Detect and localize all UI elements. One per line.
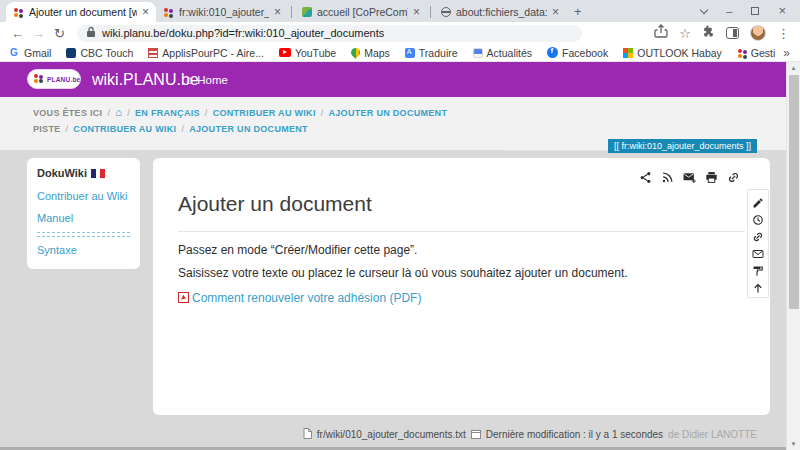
- minimize-icon[interactable]: [726, 6, 732, 17]
- pdf-link[interactable]: Comment renouveler votre adhésion (PDF): [192, 291, 421, 305]
- bookmark-item[interactable]: CBC Touch: [66, 47, 133, 59]
- backlinks-icon[interactable]: [752, 229, 764, 241]
- sidebar-item[interactable]: Manuel: [37, 207, 130, 233]
- breadcrumb-separator: /: [321, 108, 324, 118]
- address-bar: wiki.planu.be/doku.php?id=fr:wiki:010_aj…: [0, 22, 800, 44]
- page-tools: [747, 189, 769, 298]
- browser-menu-icon[interactable]: [777, 24, 790, 42]
- address-bar-icons: [654, 24, 790, 42]
- planu-pinwheel-icon: [34, 74, 44, 84]
- breadcrumb-you-are-here: VOUS ÊTES ICI//EN FRANÇAIS/CONTRIBUER AU…: [33, 105, 786, 121]
- dokuwiki-favicon: [163, 7, 174, 18]
- side-panel-icon[interactable]: [726, 27, 739, 39]
- bookmarks-bar: GmailCBC TouchApplisPourPC - Aire...YouT…: [0, 44, 800, 62]
- wiki-footer: fr/wiki/010_ajouter_documents.txt Derniè…: [303, 428, 757, 441]
- breadcrumb-link[interactable]: CONTRIBUER AU WIKI: [213, 108, 316, 118]
- tab-close-icon[interactable]: ×: [552, 7, 559, 17]
- footer-modified: Dernière modification : il y a 1 seconde…: [486, 429, 663, 440]
- print-icon[interactable]: [705, 170, 718, 183]
- bookmark-label: CBC Touch: [80, 47, 133, 59]
- breadcrumb-separator: /: [66, 124, 69, 134]
- scrollbar[interactable]: [786, 62, 800, 450]
- news-icon: [473, 48, 483, 58]
- pdf-icon: [178, 289, 189, 307]
- bookmark-item[interactable]: Maps: [351, 47, 390, 59]
- extensions-icon[interactable]: [702, 24, 715, 42]
- back-to-top-icon[interactable]: [752, 280, 764, 292]
- sidebar: DokuWiki Contribuer au WikiManuelSyntaxe: [27, 158, 140, 269]
- bookmark-label: OUTLOOK Habay: [637, 47, 722, 59]
- close-icon[interactable]: [778, 5, 786, 17]
- tab-search-icon[interactable]: [700, 5, 708, 13]
- breadcrumb-separator: /: [181, 124, 184, 134]
- coprecom-favicon: [302, 7, 312, 17]
- permalink-icon[interactable]: [727, 170, 740, 183]
- site-logo[interactable]: PLANU.be: [27, 69, 81, 89]
- bookmark-star-icon[interactable]: [679, 24, 691, 42]
- tab-separator: [430, 6, 431, 18]
- send-mail-icon[interactable]: [683, 170, 696, 183]
- sidebar-item[interactable]: Contribuer au Wiki: [37, 185, 130, 207]
- dokuwiki-favicon: [737, 48, 747, 58]
- home-link[interactable]: Home: [186, 74, 228, 86]
- bookmark-item[interactable]: ApplisPourPC - Aire...: [148, 47, 264, 59]
- bookmarks-overflow-icon[interactable]: [783, 46, 790, 60]
- bookmark-label: Traduire: [419, 47, 458, 59]
- browser-tab[interactable]: fr:wiki:010_ajouter_documents [w×: [156, 2, 288, 22]
- tab-close-icon[interactable]: ×: [413, 7, 420, 17]
- home-icon[interactable]: [115, 108, 122, 118]
- breadcrumb-link[interactable]: AJOUTER UN DOCUMENT: [189, 124, 308, 134]
- new-tab-icon[interactable]: [574, 5, 582, 18]
- maximize-icon[interactable]: [751, 7, 759, 15]
- bookmark-item[interactable]: YouTube: [279, 47, 336, 59]
- rss-icon[interactable]: [661, 170, 674, 183]
- calendar-icon: [471, 429, 481, 441]
- bookmark-item[interactable]: Traduire: [405, 47, 458, 59]
- page-title: Ajouter un document: [178, 192, 745, 232]
- old-revisions-icon[interactable]: [752, 212, 764, 224]
- back-icon[interactable]: [10, 26, 25, 41]
- tab-title: about:fichiers_data:membres_inc: [456, 6, 547, 18]
- microsoft-icon: [623, 48, 633, 58]
- share-icon[interactable]: [639, 170, 652, 183]
- media-manager-icon[interactable]: [752, 263, 764, 275]
- home-label: Home: [197, 74, 228, 86]
- tab-title: accueil [CoPreCom]: [317, 6, 408, 18]
- breadcrumb-link[interactable]: AJOUTER UN DOCUMENT: [329, 108, 448, 118]
- scroll-down-icon[interactable]: [787, 439, 800, 449]
- edit-page-icon[interactable]: [752, 195, 764, 207]
- bookmark-item[interactable]: Facebook: [547, 47, 608, 59]
- breadcrumb-link[interactable]: CONTRIBUER AU WIKI: [73, 124, 176, 134]
- bookmark-item[interactable]: Gmail: [10, 47, 51, 59]
- sidebar-nav: Contribuer au WikiManuelSyntaxe: [37, 185, 130, 261]
- browser-tab[interactable]: accueil [CoPreCom]×: [295, 2, 427, 22]
- profile-avatar[interactable]: [750, 25, 766, 41]
- sidebar-item[interactable]: Syntaxe: [37, 236, 130, 261]
- bookmark-label: Maps: [364, 47, 390, 59]
- dokuwiki-favicon: [13, 7, 24, 18]
- maps-icon: [349, 47, 362, 59]
- bookmark-item[interactable]: OUTLOOK Habay: [623, 47, 722, 59]
- omnibox[interactable]: wiki.planu.be/doku.php?id=fr:wiki:010_aj…: [77, 25, 582, 42]
- bookmark-item[interactable]: Actualités: [473, 47, 533, 59]
- bookmark-item[interactable]: Gestion des utilisat...: [737, 47, 775, 59]
- browser-tab[interactable]: about:fichiers_data:membres_inc×: [434, 2, 566, 22]
- tab-close-icon[interactable]: ×: [142, 7, 149, 17]
- bookmark-label: Facebook: [562, 47, 608, 59]
- paragraph: Passez en mode “Créer/Modifier cette pag…: [178, 243, 745, 257]
- breadcrumb-link[interactable]: EN FRANÇAIS: [135, 108, 200, 118]
- share-icon[interactable]: [654, 24, 668, 42]
- scroll-up-icon[interactable]: [787, 63, 800, 73]
- forward-icon[interactable]: [31, 26, 46, 41]
- scrollbar-thumb[interactable]: [789, 75, 799, 309]
- document-icon: [303, 428, 312, 441]
- browser-tab[interactable]: Ajouter un document [wiki.PLANU×: [6, 2, 156, 22]
- facebook-icon: [547, 47, 558, 58]
- reload-icon[interactable]: [52, 26, 67, 41]
- padlock-icon[interactable]: [86, 24, 96, 42]
- subscribe-icon[interactable]: [752, 246, 764, 258]
- site-title[interactable]: wiki.PLANU.be: [92, 71, 199, 89]
- bookmark-label: ApplisPourPC - Aire...: [162, 47, 264, 59]
- sidebar-title: DokuWiki: [37, 167, 130, 179]
- tab-close-icon[interactable]: ×: [274, 7, 281, 17]
